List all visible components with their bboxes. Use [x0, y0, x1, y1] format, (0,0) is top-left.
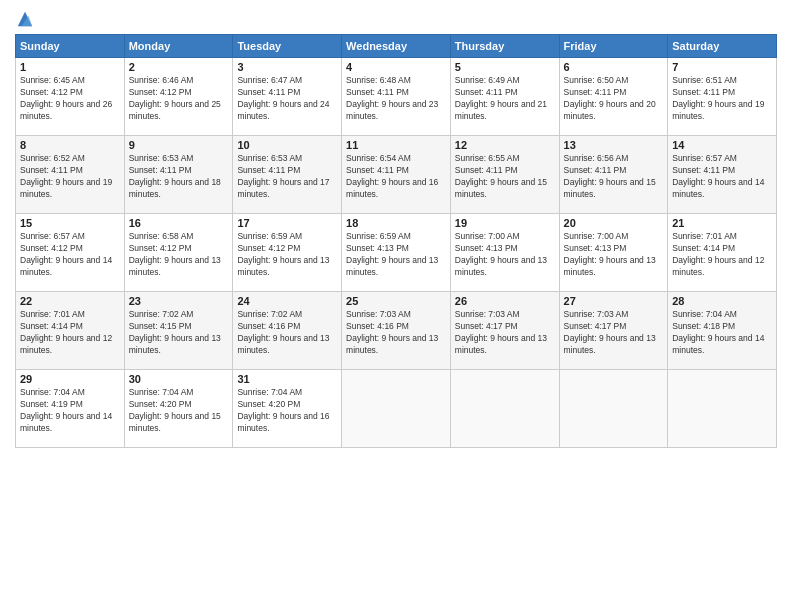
calendar-header-tuesday: Tuesday [233, 35, 342, 58]
day-info: Sunrise: 6:54 AMSunset: 4:11 PMDaylight:… [346, 153, 446, 201]
calendar-day-21: 21Sunrise: 7:01 AMSunset: 4:14 PMDayligh… [668, 214, 777, 292]
day-number: 12 [455, 139, 555, 151]
calendar-day-5: 5Sunrise: 6:49 AMSunset: 4:11 PMDaylight… [450, 58, 559, 136]
calendar-week-5: 29Sunrise: 7:04 AMSunset: 4:19 PMDayligh… [16, 370, 777, 448]
day-number: 9 [129, 139, 229, 151]
header [15, 10, 777, 28]
day-number: 13 [564, 139, 664, 151]
calendar-day-16: 16Sunrise: 6:58 AMSunset: 4:12 PMDayligh… [124, 214, 233, 292]
day-info: Sunrise: 7:03 AMSunset: 4:17 PMDaylight:… [564, 309, 664, 357]
calendar-empty [559, 370, 668, 448]
day-number: 10 [237, 139, 337, 151]
day-info: Sunrise: 6:53 AMSunset: 4:11 PMDaylight:… [237, 153, 337, 201]
day-number: 21 [672, 217, 772, 229]
day-number: 28 [672, 295, 772, 307]
day-number: 14 [672, 139, 772, 151]
calendar-empty [450, 370, 559, 448]
day-info: Sunrise: 6:59 AMSunset: 4:12 PMDaylight:… [237, 231, 337, 279]
day-number: 1 [20, 61, 120, 73]
day-number: 18 [346, 217, 446, 229]
day-number: 11 [346, 139, 446, 151]
calendar-day-31: 31Sunrise: 7:04 AMSunset: 4:20 PMDayligh… [233, 370, 342, 448]
day-info: Sunrise: 7:00 AMSunset: 4:13 PMDaylight:… [564, 231, 664, 279]
calendar-week-3: 15Sunrise: 6:57 AMSunset: 4:12 PMDayligh… [16, 214, 777, 292]
day-info: Sunrise: 6:48 AMSunset: 4:11 PMDaylight:… [346, 75, 446, 123]
calendar-day-19: 19Sunrise: 7:00 AMSunset: 4:13 PMDayligh… [450, 214, 559, 292]
logo-icon [16, 10, 34, 28]
day-info: Sunrise: 6:46 AMSunset: 4:12 PMDaylight:… [129, 75, 229, 123]
day-number: 2 [129, 61, 229, 73]
day-number: 22 [20, 295, 120, 307]
day-number: 24 [237, 295, 337, 307]
logo-text [15, 10, 34, 28]
day-info: Sunrise: 6:49 AMSunset: 4:11 PMDaylight:… [455, 75, 555, 123]
day-info: Sunrise: 7:04 AMSunset: 4:20 PMDaylight:… [237, 387, 337, 435]
day-info: Sunrise: 6:47 AMSunset: 4:11 PMDaylight:… [237, 75, 337, 123]
day-number: 6 [564, 61, 664, 73]
day-info: Sunrise: 6:57 AMSunset: 4:12 PMDaylight:… [20, 231, 120, 279]
day-info: Sunrise: 7:03 AMSunset: 4:17 PMDaylight:… [455, 309, 555, 357]
calendar-day-28: 28Sunrise: 7:04 AMSunset: 4:18 PMDayligh… [668, 292, 777, 370]
day-info: Sunrise: 6:57 AMSunset: 4:11 PMDaylight:… [672, 153, 772, 201]
day-info: Sunrise: 6:59 AMSunset: 4:13 PMDaylight:… [346, 231, 446, 279]
day-number: 15 [20, 217, 120, 229]
day-info: Sunrise: 7:02 AMSunset: 4:16 PMDaylight:… [237, 309, 337, 357]
day-info: Sunrise: 7:04 AMSunset: 4:19 PMDaylight:… [20, 387, 120, 435]
day-info: Sunrise: 7:01 AMSunset: 4:14 PMDaylight:… [20, 309, 120, 357]
calendar-day-26: 26Sunrise: 7:03 AMSunset: 4:17 PMDayligh… [450, 292, 559, 370]
day-info: Sunrise: 6:51 AMSunset: 4:11 PMDaylight:… [672, 75, 772, 123]
calendar-header-friday: Friday [559, 35, 668, 58]
calendar-week-2: 8Sunrise: 6:52 AMSunset: 4:11 PMDaylight… [16, 136, 777, 214]
day-info: Sunrise: 7:03 AMSunset: 4:16 PMDaylight:… [346, 309, 446, 357]
calendar-day-23: 23Sunrise: 7:02 AMSunset: 4:15 PMDayligh… [124, 292, 233, 370]
calendar-day-6: 6Sunrise: 6:50 AMSunset: 4:11 PMDaylight… [559, 58, 668, 136]
calendar-header-wednesday: Wednesday [342, 35, 451, 58]
calendar-header-saturday: Saturday [668, 35, 777, 58]
day-number: 20 [564, 217, 664, 229]
day-number: 17 [237, 217, 337, 229]
day-number: 29 [20, 373, 120, 385]
calendar-header-thursday: Thursday [450, 35, 559, 58]
day-info: Sunrise: 6:58 AMSunset: 4:12 PMDaylight:… [129, 231, 229, 279]
calendar-day-2: 2Sunrise: 6:46 AMSunset: 4:12 PMDaylight… [124, 58, 233, 136]
day-info: Sunrise: 7:02 AMSunset: 4:15 PMDaylight:… [129, 309, 229, 357]
day-number: 25 [346, 295, 446, 307]
calendar-day-17: 17Sunrise: 6:59 AMSunset: 4:12 PMDayligh… [233, 214, 342, 292]
day-number: 4 [346, 61, 446, 73]
calendar-day-10: 10Sunrise: 6:53 AMSunset: 4:11 PMDayligh… [233, 136, 342, 214]
calendar-day-3: 3Sunrise: 6:47 AMSunset: 4:11 PMDaylight… [233, 58, 342, 136]
calendar-day-14: 14Sunrise: 6:57 AMSunset: 4:11 PMDayligh… [668, 136, 777, 214]
calendar-day-20: 20Sunrise: 7:00 AMSunset: 4:13 PMDayligh… [559, 214, 668, 292]
calendar-day-30: 30Sunrise: 7:04 AMSunset: 4:20 PMDayligh… [124, 370, 233, 448]
calendar-day-9: 9Sunrise: 6:53 AMSunset: 4:11 PMDaylight… [124, 136, 233, 214]
day-info: Sunrise: 6:56 AMSunset: 4:11 PMDaylight:… [564, 153, 664, 201]
day-info: Sunrise: 7:00 AMSunset: 4:13 PMDaylight:… [455, 231, 555, 279]
calendar-day-25: 25Sunrise: 7:03 AMSunset: 4:16 PMDayligh… [342, 292, 451, 370]
calendar-day-13: 13Sunrise: 6:56 AMSunset: 4:11 PMDayligh… [559, 136, 668, 214]
calendar-day-7: 7Sunrise: 6:51 AMSunset: 4:11 PMDaylight… [668, 58, 777, 136]
calendar-day-27: 27Sunrise: 7:03 AMSunset: 4:17 PMDayligh… [559, 292, 668, 370]
day-number: 31 [237, 373, 337, 385]
day-info: Sunrise: 7:01 AMSunset: 4:14 PMDaylight:… [672, 231, 772, 279]
day-number: 26 [455, 295, 555, 307]
calendar-day-29: 29Sunrise: 7:04 AMSunset: 4:19 PMDayligh… [16, 370, 125, 448]
calendar-header-monday: Monday [124, 35, 233, 58]
logo [15, 10, 34, 28]
day-number: 3 [237, 61, 337, 73]
day-info: Sunrise: 7:04 AMSunset: 4:18 PMDaylight:… [672, 309, 772, 357]
calendar-day-11: 11Sunrise: 6:54 AMSunset: 4:11 PMDayligh… [342, 136, 451, 214]
calendar-day-18: 18Sunrise: 6:59 AMSunset: 4:13 PMDayligh… [342, 214, 451, 292]
day-number: 7 [672, 61, 772, 73]
calendar-day-1: 1Sunrise: 6:45 AMSunset: 4:12 PMDaylight… [16, 58, 125, 136]
day-number: 23 [129, 295, 229, 307]
day-info: Sunrise: 7:04 AMSunset: 4:20 PMDaylight:… [129, 387, 229, 435]
calendar-day-22: 22Sunrise: 7:01 AMSunset: 4:14 PMDayligh… [16, 292, 125, 370]
calendar: SundayMondayTuesdayWednesdayThursdayFrid… [15, 34, 777, 448]
calendar-day-4: 4Sunrise: 6:48 AMSunset: 4:11 PMDaylight… [342, 58, 451, 136]
day-number: 27 [564, 295, 664, 307]
day-number: 19 [455, 217, 555, 229]
day-number: 16 [129, 217, 229, 229]
calendar-header-sunday: Sunday [16, 35, 125, 58]
day-info: Sunrise: 6:53 AMSunset: 4:11 PMDaylight:… [129, 153, 229, 201]
day-info: Sunrise: 6:50 AMSunset: 4:11 PMDaylight:… [564, 75, 664, 123]
